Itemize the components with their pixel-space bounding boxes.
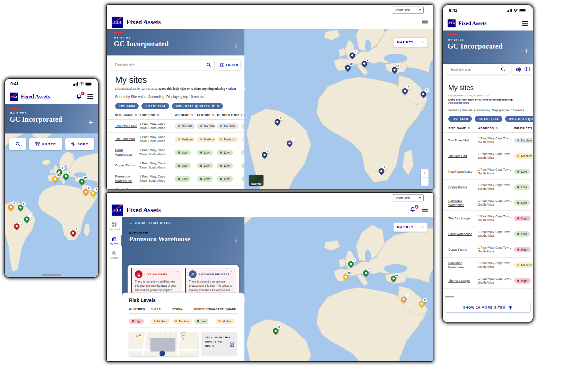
map-pin[interactable]: 1 [349,52,356,59]
menu-button[interactable] [422,207,428,213]
site-name-link[interactable]: Pannsuco Warehouse [448,199,475,207]
site-name-link[interactable]: Tow Pines Mall [448,138,475,142]
table-row[interactable]: Pannsuco Warehouse1 Paarl Way, Cape Town… [107,172,244,185]
table-row[interactable]: Copas Farms1 Paarl Way, Cape Town, South… [443,180,533,195]
column-header[interactable]: WILDFIRES⇅ [175,113,195,117]
site-name-link[interactable]: The Jam Pad [448,154,475,158]
site-name-link[interactable]: Copas Farms [448,185,475,189]
notifications-button[interactable]: 1 [76,93,83,100]
add-update-sites-link[interactable]: Add/update sites [448,101,469,104]
map-pin[interactable]: 1 [286,140,293,147]
column-header[interactable]: ADDRESS⇅ [478,127,511,130]
map-key-button[interactable]: MAP KEY + [394,38,427,47]
map-pin[interactable]: 20 [342,273,349,280]
search-input[interactable] [114,62,204,67]
search-icon[interactable] [206,62,211,67]
table-row[interactable]: Paarl Warehouse1 Paarl Way, Cape Town, S… [107,146,244,159]
map-pin[interactable]: 10 [78,178,85,185]
add-site-button[interactable]: + [524,47,528,54]
map-pin[interactable]: 20 [51,176,58,183]
filter-icon[interactable] [516,67,521,72]
phone-map[interactable]: FILTER SORT 1220102939176 [5,133,98,277]
world-map-region[interactable]: MAP KEY + + − Map type 120210299176 [244,29,433,189]
column-header[interactable]: WILDFIRES⇅ [514,127,533,130]
smart-risk-select[interactable]: Smart Risk [392,7,424,14]
map-pin[interactable]: 9 [17,204,24,211]
column-header[interactable]: FLOODS⇅ [197,113,215,117]
search-button[interactable] [9,138,26,150]
notifications-button[interactable]: 1 [409,207,416,214]
smart-risk-select[interactable]: Smart Risk [392,194,424,201]
map-pin[interactable]: 10 [391,66,398,73]
zoom-in-button[interactable]: + [421,169,429,177]
feedback-card[interactable]: TELL US IF THIS INFO IS NOT RIGHT [201,332,237,356]
map-type-button[interactable]: Map type [249,175,263,186]
close-icon[interactable]: × [177,270,179,274]
menu-button[interactable] [422,20,428,24]
map-pin[interactable]: 2 [400,296,407,303]
site-plan-thumbnail[interactable]: W [129,332,198,356]
filter-button[interactable]: FILTER [29,138,62,150]
table-row[interactable]: Tow Pines Mall1 Paarl Way, Cape Town, So… [107,120,244,133]
map-pin[interactable]: 7 [13,223,20,229]
table-row[interactable]: Pannsuco Warehouse1 Paarl Way, Cape Town… [443,258,533,273]
site-search-field[interactable] [111,60,215,70]
map-pin[interactable]: 9 [274,118,281,125]
site-name-link[interactable]: Copas Farms [448,248,475,252]
site-name-link[interactable]: Paarl Warehouse [448,232,475,236]
add-button[interactable]: + [234,237,238,245]
menu-button[interactable] [522,21,528,25]
site-name-link[interactable]: Pannsuco Warehouse [448,261,475,269]
table-row[interactable]: The Red Lodge1 Paarl Way, Cape Town, Sou… [443,211,533,226]
table-row[interactable]: Copas Farms1 Paarl Way, Cape Town, South… [443,242,533,258]
column-header[interactable]: SITE NAME⇅ [448,127,475,130]
site-name-link[interactable]: The Red Lodge [448,279,475,283]
map-pin[interactable]: 2 [62,173,69,180]
site-name-link[interactable]: The Jam Pad [115,137,137,141]
table-row[interactable]: Paarl Warehouse1 Paarl Way, Cape Town, S… [443,226,533,242]
back-to-my-sites-button[interactable]: ← BACK TO MY SITES [122,217,244,225]
sort-icon[interactable]: ⇅ [157,113,159,117]
close-icon[interactable]: × [231,270,233,274]
nav-item-explore[interactable]: Explore [107,250,122,260]
map-pin[interactable]: 3 [7,203,14,210]
table-row[interactable]: Tow Pines Mall1 Paarl Way, Cape Town, So… [443,133,533,148]
map-pin[interactable]: 6 [70,229,77,236]
sort-button[interactable]: SORT [65,138,94,150]
map-key-button[interactable]: MAP KEY + [394,223,427,232]
site-name-link[interactable]: Paarl Warehouse [115,148,137,157]
add-site-button[interactable]: + [234,42,238,50]
map-pin[interactable]: 9 [418,301,425,307]
zoom-out-button[interactable]: − [421,177,429,186]
show-more-sites-button[interactable]: SHOW 10 MORE SITES [445,302,531,313]
world-map-region[interactable]: MAP KEY + 122010299 [244,217,433,361]
sort-icon[interactable]: ⇅ [468,127,470,130]
menu-button[interactable] [87,93,93,100]
map-pin[interactable]: 7 [261,151,268,158]
map-pin[interactable]: 2 [401,87,408,94]
site-search-field[interactable] [447,64,509,75]
add-site-button[interactable]: + [88,118,93,127]
table-row[interactable]: The Red Lodge1 Paarl Way, Cape Town, Sou… [107,185,244,189]
sort-icon[interactable]: ⇅ [495,127,498,130]
scrollbar[interactable] [445,296,454,297]
map-pin[interactable]: 9 [272,327,279,334]
nav-item-my-sites[interactable]: My Sites [107,235,122,245]
site-name-link[interactable]: The Red Lodge [448,216,475,220]
column-header[interactable]: ADDRESS⇅ [139,113,173,117]
map-pin[interactable]: 2 [361,60,368,67]
map-pin[interactable]: 6 [378,167,385,174]
map-icon[interactable] [525,67,530,72]
search-icon[interactable] [501,67,505,72]
map-pin[interactable]: 20 [344,64,351,71]
map-pin[interactable]: 2 [82,189,89,196]
map-pin[interactable]: 9 [420,90,427,97]
add-update-sites-link[interactable]: Add/update sites [228,87,236,90]
column-header[interactable]: SITE NAME⇅ [115,113,137,117]
table-row[interactable]: Paarl Warehouse1 Paarl Way, Cape Town, S… [443,164,533,180]
site-name-link[interactable]: Pannsuco Warehouse [115,174,137,183]
sort-icon[interactable]: ⇅ [212,113,215,117]
table-row[interactable]: Copas Farms1 Paarl Way, Cape Town, South… [107,159,244,172]
home-indicator[interactable] [42,274,61,276]
site-name-link[interactable]: Paarl Warehouse [448,170,475,174]
